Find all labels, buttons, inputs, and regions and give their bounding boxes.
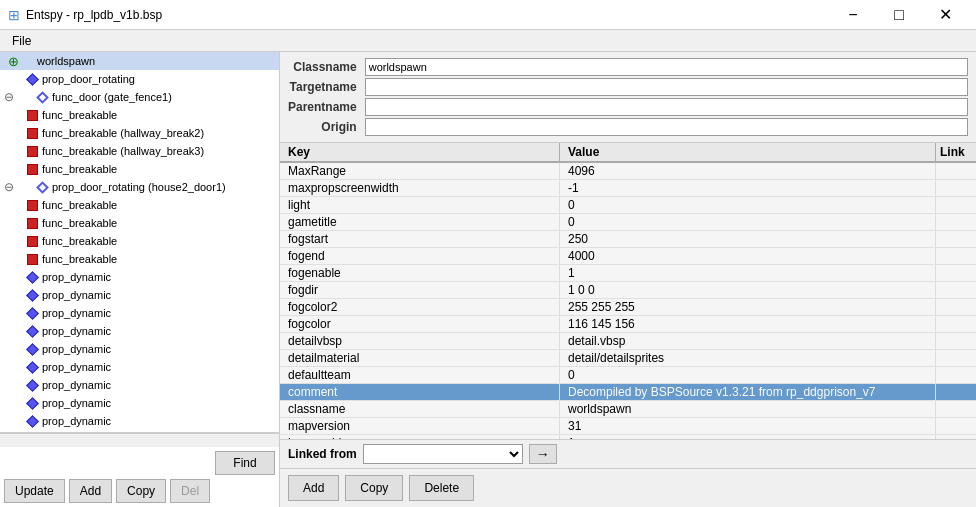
tree-item[interactable]: func_breakable: [0, 106, 279, 124]
copy-right-button[interactable]: Copy: [345, 475, 403, 501]
table-cell-value: 255 255 255: [560, 299, 936, 315]
right-bottom-buttons: Add Copy Delete: [280, 468, 976, 507]
table-cell-key: fogenable: [280, 265, 560, 281]
table-cell-link: [936, 187, 976, 189]
tree-item-label: func_breakable: [42, 109, 117, 121]
tree-container[interactable]: ⊕worldspawnprop_door_rotating⊖func_door …: [0, 52, 279, 433]
table-cell-key: maxpropscreenwidth: [280, 180, 560, 196]
menubar-item-file[interactable]: File: [4, 32, 39, 50]
maximize-button[interactable]: □: [876, 0, 922, 30]
tree-item-icon: [34, 89, 50, 105]
tree-item[interactable]: ⊖prop_door_rotating (house2_door1): [0, 178, 279, 196]
table-row[interactable]: maxpropscreenwidth-1: [280, 180, 976, 197]
tree-item[interactable]: prop_dynamic: [0, 340, 279, 358]
table-cell-key: detailvbsp: [280, 333, 560, 349]
targetname-label: Targetname: [288, 80, 361, 94]
targetname-input[interactable]: [365, 78, 968, 96]
table-row[interactable]: fogcolor2255 255 255: [280, 299, 976, 316]
kv-table: Key Value Link MaxRange4096maxpropscreen…: [280, 143, 976, 439]
table-cell-link: [936, 391, 976, 393]
tree-item[interactable]: prop_dynamic: [0, 376, 279, 394]
table-row[interactable]: fogcolor116 145 156: [280, 316, 976, 333]
linked-from-dropdown[interactable]: [363, 444, 523, 464]
table-row[interactable]: defaultteam0: [280, 367, 976, 384]
tree-item[interactable]: func_breakable: [0, 250, 279, 268]
tree-item[interactable]: ⊕worldspawn: [0, 52, 279, 70]
table-cell-value: 116 145 156: [560, 316, 936, 332]
tree-item-icon: [19, 53, 35, 69]
update-button[interactable]: Update: [4, 479, 65, 503]
parentname-input[interactable]: [365, 98, 968, 116]
copy-left-button[interactable]: Copy: [116, 479, 166, 503]
table-row[interactable]: detailmaterialdetail/detailsprites: [280, 350, 976, 367]
tree-item[interactable]: prop_dynamic: [0, 286, 279, 304]
classname-label: Classname: [288, 60, 361, 74]
tree-item[interactable]: func_breakable (hallway_break2): [0, 124, 279, 142]
tree-item[interactable]: func_breakable: [0, 196, 279, 214]
table-row[interactable]: light0: [280, 197, 976, 214]
classname-input[interactable]: [365, 58, 968, 76]
tree-item-label: prop_dynamic: [42, 379, 111, 391]
col-header-value: Value: [560, 143, 936, 161]
tree-item[interactable]: func_breakable: [0, 214, 279, 232]
linked-from-arrow-button[interactable]: →: [529, 444, 557, 464]
add-left-button[interactable]: Add: [69, 479, 112, 503]
table-cell-link: [936, 323, 976, 325]
tree-item[interactable]: ⊖func_door (gate_fence1): [0, 88, 279, 106]
add-right-button[interactable]: Add: [288, 475, 339, 501]
table-cell-value: detail.vbsp: [560, 333, 936, 349]
origin-input[interactable]: [365, 118, 968, 136]
left-panel: ⊕worldspawnprop_door_rotating⊖func_door …: [0, 52, 280, 507]
tree-item-icon: [24, 395, 40, 411]
table-body[interactable]: MaxRange4096maxpropscreenwidth-1light0ga…: [280, 163, 976, 439]
tree-item-label: func_breakable: [42, 217, 117, 229]
origin-label: Origin: [288, 120, 361, 134]
tree-item-icon: [24, 71, 40, 87]
tree-item-label: prop_dynamic: [42, 307, 111, 319]
tree-item[interactable]: func_breakable: [0, 160, 279, 178]
table-cell-link: [936, 306, 976, 308]
tree-item[interactable]: prop_door_rotating: [0, 70, 279, 88]
tree-item-label: func_breakable: [42, 199, 117, 211]
close-button[interactable]: ✕: [922, 0, 968, 30]
table-row[interactable]: fogenable1: [280, 265, 976, 282]
table-cell-value: 0: [560, 367, 936, 383]
tree-item-icon: [24, 125, 40, 141]
table-row[interactable]: gametitle0: [280, 214, 976, 231]
horizontal-scrollbar[interactable]: [0, 433, 279, 447]
tree-item[interactable]: prop_dynamic: [0, 394, 279, 412]
table-cell-value: worldspawn: [560, 401, 936, 417]
table-row[interactable]: MaxRange4096: [280, 163, 976, 180]
table-row[interactable]: mapversion31: [280, 418, 976, 435]
table-cell-key: light: [280, 197, 560, 213]
table-row[interactable]: fogstart250: [280, 231, 976, 248]
table-cell-key: gametitle: [280, 214, 560, 230]
tree-item[interactable]: func_breakable: [0, 232, 279, 250]
tree-item[interactable]: prop_dynamic: [0, 304, 279, 322]
table-row[interactable]: detailvbspdetail.vbsp: [280, 333, 976, 350]
table-row[interactable]: classnameworldspawn: [280, 401, 976, 418]
table-cell-key: defaultteam: [280, 367, 560, 383]
table-row[interactable]: fogdir1 0 0: [280, 282, 976, 299]
del-left-button[interactable]: Del: [170, 479, 210, 503]
minimize-button[interactable]: −: [830, 0, 876, 30]
tree-item[interactable]: prop_dynamic: [0, 412, 279, 430]
table-cell-link: [936, 408, 976, 410]
tree-item-label: prop_dynamic: [42, 361, 111, 373]
table-cell-key: MaxRange: [280, 163, 560, 179]
table-row[interactable]: fogend4000: [280, 248, 976, 265]
col-header-link: Link: [936, 143, 976, 161]
tree-item[interactable]: prop_dynamic: [0, 268, 279, 286]
tree-item-label: prop_dynamic: [42, 397, 111, 409]
tree-item[interactable]: func_breakable (hallway_break3): [0, 142, 279, 160]
table-cell-value: detail/detailsprites: [560, 350, 936, 366]
tree-item-label: func_breakable (hallway_break2): [42, 127, 204, 139]
table-row[interactable]: commentDecompiled by BSPSource v1.3.21 f…: [280, 384, 976, 401]
tree-item-label: func_door (gate_fence1): [52, 91, 172, 103]
properties-form: Classname Targetname Parentname Origin: [280, 52, 976, 143]
delete-right-button[interactable]: Delete: [409, 475, 474, 501]
tree-item[interactable]: prop_dynamic: [0, 358, 279, 376]
tree-item-label: prop_dynamic: [42, 289, 111, 301]
find-button[interactable]: Find: [215, 451, 275, 475]
tree-item[interactable]: prop_dynamic: [0, 322, 279, 340]
